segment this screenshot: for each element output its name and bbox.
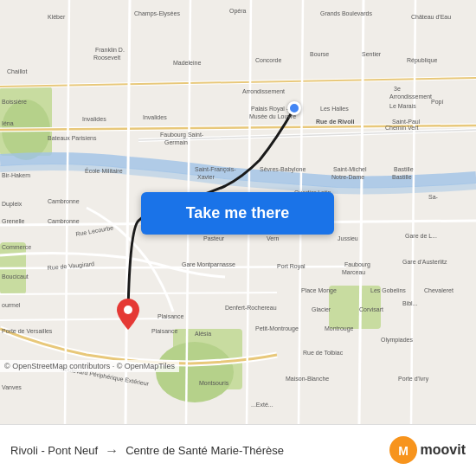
route-arrow-icon: → — [105, 443, 119, 459]
map-container: Kléber Champs-Elysées Opéra Grands Boule… — [0, 0, 476, 424]
svg-text:Gare d'Austerlitz: Gare d'Austerlitz — [402, 259, 447, 265]
svg-text:Saint-Michel: Saint-Michel — [333, 166, 367, 172]
svg-text:Glacier: Glacier — [312, 306, 331, 312]
route-to: Centre de Santé Marie-Thérèse — [125, 444, 284, 457]
take-me-there-button[interactable]: Take me there — [141, 192, 334, 235]
svg-text:ourmel: ourmel — [2, 302, 21, 308]
svg-text:Xavier: Xavier — [197, 174, 215, 180]
svg-text:Arrondissement: Arrondissement — [389, 93, 432, 100]
svg-text:Sèvres-Babylone: Sèvres-Babylone — [260, 166, 306, 173]
start-marker — [287, 101, 301, 115]
svg-text:Champs-Elysées: Champs-Elysées — [134, 10, 180, 17]
svg-text:Germain: Germain — [164, 139, 188, 145]
svg-text:Rue de Tolbiac: Rue de Tolbiac — [303, 350, 344, 356]
route-from: Rivoli - Pont Neuf — [10, 444, 98, 457]
svg-text:Dupleix: Dupleix — [2, 201, 23, 208]
svg-point-6 — [156, 342, 234, 402]
svg-text:Maison-Blanche: Maison-Blanche — [286, 376, 329, 382]
svg-text:Bibl...: Bibl... — [402, 300, 418, 306]
svg-text:Saint-François-: Saint-François- — [195, 166, 236, 173]
svg-text:Gare Montparnasse: Gare Montparnasse — [182, 261, 235, 268]
svg-text:Jussieu: Jussieu — [338, 235, 358, 241]
svg-text:Palais Royal -: Palais Royal - — [251, 106, 289, 113]
svg-text:Musée du Louvre: Musée du Louvre — [249, 113, 296, 119]
svg-text:Plaisance: Plaisance — [158, 313, 183, 319]
svg-text:...Exté...: ...Exté... — [251, 402, 273, 408]
svg-text:Bateaux Parisiens: Bateaux Parisiens — [48, 135, 97, 141]
svg-text:Concorde: Concorde — [255, 57, 281, 63]
svg-text:Madeleine: Madeleine — [173, 60, 201, 66]
svg-text:Chaillot: Chaillot — [7, 68, 27, 74]
svg-text:Cambronne: Cambronne — [48, 198, 80, 204]
moovit-icon: M — [389, 436, 417, 464]
bottom-bar: Rivoli - Pont Neuf → Centre de Santé Mar… — [0, 424, 476, 476]
svg-text:Alésia: Alésia — [195, 331, 211, 337]
svg-text:Chemin Vert: Chemin Vert — [385, 125, 419, 131]
svg-text:Montrouge: Montrouge — [325, 325, 354, 332]
svg-text:Notre-Dame: Notre-Dame — [331, 174, 364, 180]
svg-text:Bourse: Bourse — [310, 51, 329, 57]
svg-text:Boissière: Boissière — [2, 99, 27, 105]
map-attribution: © OpenStreetMap contributors · © OpenMap… — [0, 360, 179, 372]
svg-text:Petit-Montrouge: Petit-Montrouge — [255, 325, 299, 332]
svg-text:Gare de L...: Gare de L... — [405, 233, 437, 239]
svg-text:Bastille: Bastille — [394, 166, 414, 172]
svg-text:Montsouris: Montsouris — [199, 380, 229, 386]
svg-text:Le Marais: Le Marais — [389, 103, 416, 109]
svg-text:Bir-Hakem: Bir-Hakem — [2, 172, 30, 178]
svg-text:Kléber: Kléber — [48, 14, 66, 20]
svg-text:Château d'Eau: Château d'Eau — [411, 14, 451, 20]
svg-text:Marceau: Marceau — [342, 269, 365, 275]
svg-text:3e: 3e — [394, 86, 401, 92]
destination-marker — [117, 299, 139, 330]
svg-text:École Militaire: École Militaire — [85, 167, 123, 174]
svg-text:République: République — [407, 57, 438, 64]
svg-text:Porte d'Ivry: Porte d'Ivry — [398, 376, 429, 383]
svg-text:Opéra: Opéra — [229, 8, 247, 15]
svg-text:Place Monge: Place Monge — [301, 287, 337, 294]
svg-text:Saint-Paul: Saint-Paul — [392, 119, 421, 125]
svg-text:Cambronne: Cambronne — [48, 218, 80, 224]
svg-text:Pasteur: Pasteur — [203, 235, 225, 241]
svg-point-104 — [124, 306, 132, 314]
svg-text:Grands Boulevards: Grands Boulevards — [320, 10, 372, 16]
svg-text:Bastille: Bastille — [392, 174, 412, 180]
svg-text:Port Royal: Port Royal — [277, 263, 306, 270]
svg-text:Rue de Rivoli: Rue de Rivoli — [316, 119, 354, 125]
svg-text:Boucicaut: Boucicaut — [2, 273, 29, 280]
svg-text:Roosevelt: Roosevelt — [93, 55, 120, 61]
svg-text:Chevaleret: Chevaleret — [424, 287, 453, 293]
svg-text:Invalides: Invalides — [143, 114, 167, 120]
svg-text:Corvisart: Corvisart — [359, 306, 383, 312]
svg-text:Les Halles: Les Halles — [320, 106, 349, 112]
svg-text:Porte de Versailles: Porte de Versailles — [2, 328, 53, 334]
svg-text:Les Gobelins: Les Gobelins — [370, 287, 406, 293]
svg-text:M: M — [398, 444, 408, 458]
svg-text:Olympiades: Olympiades — [381, 337, 413, 344]
svg-text:Vanves: Vanves — [2, 384, 22, 390]
svg-text:Franklin D.: Franklin D. — [95, 47, 125, 53]
svg-text:Arrondissement: Arrondissement — [242, 88, 285, 94]
svg-text:Grenelle: Grenelle — [2, 218, 25, 224]
svg-text:Sentier: Sentier — [362, 51, 382, 57]
svg-text:Invalides: Invalides — [82, 116, 106, 122]
svg-text:Vern: Vern — [267, 235, 280, 241]
svg-text:Sa-: Sa- — [428, 194, 439, 200]
moovit-brand-text: moovit — [421, 442, 466, 458]
svg-text:Denfert-Rochereau: Denfert-Rochereau — [225, 305, 277, 311]
svg-text:Iéna: Iéna — [2, 120, 14, 126]
svg-text:Faubourg: Faubourg — [344, 261, 370, 268]
svg-text:Faubourg Saint-: Faubourg Saint- — [160, 132, 204, 138]
moovit-logo: M moovit — [389, 436, 466, 464]
svg-text:Commerce: Commerce — [2, 244, 31, 250]
svg-text:Plaisance: Plaisance — [151, 328, 177, 334]
svg-text:Popí: Popí — [431, 99, 443, 106]
